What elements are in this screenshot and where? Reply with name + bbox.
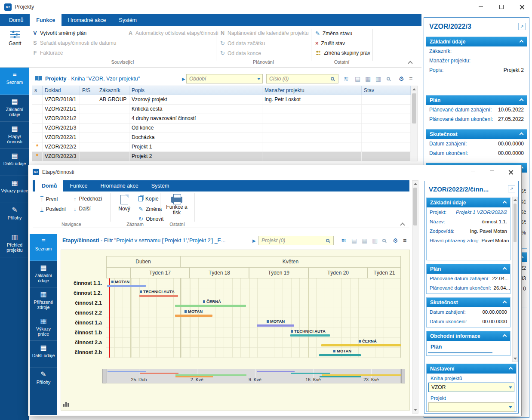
- tab-funkce[interactable]: Funkce: [63, 180, 94, 191]
- child-scrollbar[interactable]: [412, 180, 418, 414]
- dropdown-icon[interactable]: [507, 403, 514, 411]
- section-header[interactable]: Plán: [427, 264, 510, 274]
- number-search-input[interactable]: Číslo (0): [266, 74, 338, 83]
- collapse-ribbon-icon[interactable]: [408, 61, 412, 65]
- layers-icon[interactable]: ≋: [341, 237, 346, 244]
- mini-chart-icon[interactable]: [63, 401, 69, 407]
- sidebar-item-prirazene-zdroje[interactable]: ▦ Přiřazené zdroje: [30, 287, 57, 314]
- section-header[interactable]: Základní údaje: [427, 198, 510, 207]
- gear-icon[interactable]: ⚙: [399, 75, 404, 82]
- dropdown-icon[interactable]: [255, 74, 262, 83]
- auto-number-button[interactable]: A Automaticky očíslovat etapy/činnosti: [128, 30, 218, 36]
- gantt-task-name[interactable]: činnost 2.a: [61, 338, 106, 348]
- tab-domu[interactable]: Domů: [35, 180, 63, 191]
- gantt-task-name[interactable]: činnost 2.2: [61, 308, 106, 318]
- sidebar-item-dalsi-udaje[interactable]: ▤ Další údaje: [0, 149, 29, 176]
- column-header-popis[interactable]: Popis: [129, 86, 262, 95]
- tab-system[interactable]: Systém: [145, 180, 176, 191]
- dropdown-icon[interactable]: [507, 383, 514, 392]
- print-icon[interactable]: ▤: [355, 75, 360, 82]
- sidebar-item-etapy-cinnosti[interactable]: ▤ Etapy/činnosti: [0, 122, 29, 149]
- tab-system[interactable]: Systém: [112, 14, 143, 26]
- period-filter-combo[interactable]: Období: [186, 74, 263, 83]
- play-icon[interactable]: ▶: [182, 77, 185, 81]
- sidebar-item-prilohy[interactable]: ✎ Přílohy: [30, 368, 57, 394]
- cancel-status-button[interactable]: × Zrušit stav: [315, 40, 345, 46]
- column-header-manazer[interactable]: Manažer projektu: [262, 86, 362, 95]
- sidebar-item-zakladni-udaje[interactable]: ▤ Základní údaje: [0, 95, 29, 122]
- project-search-input[interactable]: Projekt (0): [258, 236, 334, 245]
- table-row[interactable]: VZOR/2022/1 Docházka: [32, 133, 411, 142]
- sidebar-item-vykazy-prace[interactable]: ▦ Výkazy práce: [0, 176, 29, 203]
- play-icon[interactable]: ▶: [252, 238, 256, 243]
- gantt-task-name[interactable]: činnost 1.b: [61, 328, 106, 338]
- column-header-doklad[interactable]: Doklad: [43, 86, 80, 95]
- tab-hromadne-akce[interactable]: Hromadné akce: [94, 180, 145, 191]
- collapse-ribbon-icon[interactable]: [400, 222, 405, 227]
- table-row[interactable]: VZOR/2021/2 4 druhy navazování činností: [32, 114, 411, 124]
- panel-scrollbar[interactable]: [512, 197, 518, 362]
- scroll-up-arrow[interactable]: [411, 86, 417, 93]
- gantt-button[interactable]: Gantt: [3, 30, 28, 46]
- print-icon[interactable]: ▤: [351, 237, 357, 244]
- functions-print-button[interactable]: Funkce a tisk: [163, 193, 191, 216]
- gantt-bar[interactable]: [257, 324, 294, 327]
- maximize-button[interactable]: [492, 0, 511, 13]
- change-status-button[interactable]: ✎ Změna stavu: [315, 30, 352, 37]
- sidebar-item-dalsi-udaje[interactable]: ▤ Další údaje: [30, 341, 57, 368]
- search-settings-icon[interactable]: [382, 239, 386, 242]
- tab-hromadne-akce[interactable]: Hromadné akce: [62, 14, 112, 26]
- gantt-task-name[interactable]: činnost 1.a: [61, 318, 106, 328]
- tab-plan[interactable]: Plán: [431, 344, 442, 350]
- change-rights-group-button[interactable]: Změna skupiny práv: [315, 50, 370, 56]
- schedule-by-calendar-button[interactable]: N Naplánování dle kalendáře projektu: [220, 30, 309, 36]
- tab-domu[interactable]: Domů: [3, 14, 30, 26]
- first-record-button[interactable]: ↑ První: [40, 196, 58, 202]
- scroll-up-arrow[interactable]: [412, 181, 418, 187]
- columns-icon[interactable]: ▥: [375, 75, 381, 82]
- timeline-overview[interactable]: 25. Dub 2. Kvě 9. Kvě 16. Kvě 23. Kvě: [106, 369, 401, 383]
- close-button[interactable]: [501, 165, 520, 179]
- column-header-zakaznik[interactable]: Zákazník: [97, 86, 129, 95]
- from-end-date-button[interactable]: ↻ Od data konce: [220, 50, 261, 56]
- gantt-task-name[interactable]: činnost 2.1: [61, 298, 106, 308]
- sort-stages-button[interactable]: S Seřadit etapy/činnosti dle datumu: [33, 40, 116, 46]
- table-row[interactable]: * VZOR/2022/2 Projekt 1: [32, 142, 411, 152]
- project-book-combo[interactable]: VZOR: [428, 383, 514, 392]
- minimize-button[interactable]: [471, 0, 491, 13]
- scrollbar-thumb[interactable]: [412, 93, 416, 124]
- scroll-down-arrow[interactable]: [513, 356, 517, 361]
- section-header[interactable]: Plán: [426, 96, 527, 105]
- project-combo[interactable]: [428, 402, 514, 412]
- columns-icon[interactable]: ▥: [372, 237, 378, 244]
- section-header[interactable]: Nastavení: [427, 364, 516, 374]
- scrollbar-thumb[interactable]: [514, 204, 517, 242]
- table-scrollbar[interactable]: [411, 86, 418, 161]
- from-start-date-button[interactable]: ↻ Od data začátku: [220, 40, 265, 46]
- scroll-up-arrow[interactable]: [513, 197, 517, 203]
- tab-funkce[interactable]: Funkce: [30, 14, 62, 26]
- gantt-bar[interactable]: [175, 315, 212, 317]
- chart-icon[interactable]: ▦: [365, 75, 371, 82]
- gantt-bar[interactable]: [175, 305, 246, 307]
- section-header[interactable]: Skutečnost: [427, 298, 510, 307]
- new-record-button[interactable]: Nový: [114, 195, 135, 212]
- gantt-task-name[interactable]: činnost 1.1.: [61, 278, 106, 288]
- copy-button[interactable]: Kopie: [138, 196, 159, 202]
- sidebar-item-zakladni-udaje[interactable]: ▤ Základní údaje: [30, 261, 57, 287]
- gantt-task-name[interactable]: činnost 1.2.: [61, 288, 106, 298]
- minimize-button[interactable]: [464, 165, 483, 179]
- change-button[interactable]: ✎ Změna: [138, 206, 162, 212]
- table-row[interactable]: VZOR/2021/1 Kritická cesta: [32, 105, 411, 114]
- next-record-button[interactable]: ↓ Další: [74, 206, 91, 212]
- gantt-bar[interactable]: [139, 295, 178, 297]
- gantt-task-name[interactable]: činnost 2.b: [61, 348, 106, 358]
- last-record-button[interactable]: ↓ Poslední: [40, 206, 66, 212]
- open-in-window-icon[interactable]: ↗: [508, 185, 515, 192]
- sidebar-item-vykazy-prace[interactable]: ▦ Výkazy práce: [30, 314, 57, 341]
- gantt-bar[interactable]: [319, 354, 361, 356]
- open-in-window-icon[interactable]: ↗: [518, 23, 526, 30]
- sidebar-item-prilohy[interactable]: ✎ Přílohy: [0, 203, 29, 230]
- section-header[interactable]: Skutečnost: [426, 130, 527, 139]
- gantt-bar[interactable]: [290, 334, 330, 337]
